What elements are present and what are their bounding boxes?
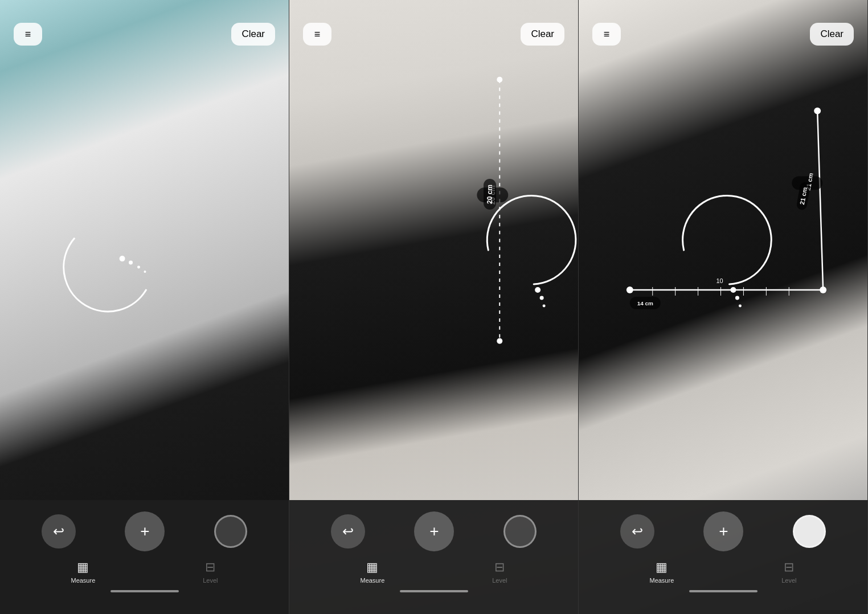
tab-level-2[interactable]: ⊟ Level — [492, 560, 507, 584]
add-icon-2: + — [429, 522, 439, 541]
tab-level-3[interactable]: ⊟ Level — [781, 560, 796, 584]
tab-measure-2[interactable]: ▦ Measure — [360, 560, 384, 584]
level-label-1: Level — [203, 577, 218, 584]
measure-label-2: Measure — [360, 577, 384, 584]
level-label-2: Level — [492, 577, 507, 584]
capture-button-1[interactable] — [214, 515, 247, 548]
level-label-3: Level — [781, 577, 796, 584]
panel-1: ≡ Clear ↩ + ▦ Measure ⊟ Level — [0, 0, 289, 614]
undo-button-2[interactable]: ↩ — [331, 514, 365, 548]
undo-icon-2: ↩ — [342, 523, 354, 539]
tab-row-1: ▦ Measure ⊟ Level — [0, 557, 289, 587]
level-icon-3: ⊟ — [784, 560, 794, 575]
capture-button-2[interactable] — [503, 515, 537, 548]
tab-measure-3[interactable]: ▦ Measure — [649, 560, 674, 584]
clear-button-2[interactable]: Clear — [521, 23, 564, 46]
menu-icon-2: ≡ — [314, 28, 321, 40]
undo-button-1[interactable]: ↩ — [42, 514, 76, 548]
bottom-toolbar-3: ↩ + ▦ Measure ⊟ Level — [579, 500, 867, 614]
top-overlay-1: ≡ Clear — [0, 0, 289, 63]
bottom-toolbar-1: ↩ + ▦ Measure ⊟ Level — [0, 500, 289, 614]
measure-icon-1: ▦ — [77, 560, 89, 575]
menu-button-3[interactable]: ≡ — [592, 23, 621, 46]
bottom-toolbar-2: ↩ + ▦ Measure ⊟ Level — [289, 500, 578, 614]
measure-label-1: Measure — [71, 577, 95, 584]
undo-button-3[interactable]: ↩ — [620, 514, 654, 548]
measure-label-3: Measure — [649, 577, 674, 584]
tab-row-2: ▦ Measure ⊟ Level — [289, 557, 578, 587]
add-button-2[interactable]: + — [414, 511, 454, 551]
add-icon-1: + — [140, 522, 149, 541]
menu-icon-1: ≡ — [25, 28, 31, 40]
measure-icon-3: ▦ — [656, 560, 668, 575]
undo-icon-3: ↩ — [632, 523, 643, 539]
home-indicator-3 — [689, 590, 758, 592]
measurement-label-2: 20 cm — [484, 179, 496, 210]
top-overlay-2: ≡ Clear — [289, 0, 578, 63]
clear-button-1[interactable]: Clear — [231, 23, 275, 46]
undo-icon-1: ↩ — [53, 523, 64, 539]
top-overlay-3: ≡ Clear — [579, 0, 867, 63]
menu-button-1[interactable]: ≡ — [14, 23, 42, 46]
tab-measure-1[interactable]: ▦ Measure — [71, 560, 95, 584]
clear-button-3[interactable]: Clear — [810, 23, 854, 46]
home-indicator-1 — [110, 590, 179, 592]
add-icon-3: + — [719, 522, 728, 541]
tab-row-3: ▦ Measure ⊟ Level — [579, 557, 867, 587]
tab-level-1[interactable]: ⊟ Level — [203, 560, 218, 584]
control-row-3: ↩ + — [579, 500, 867, 557]
home-indicator-2 — [400, 590, 468, 592]
level-icon-1: ⊟ — [205, 560, 215, 575]
control-row-1: ↩ + — [0, 500, 289, 557]
add-button-1[interactable]: + — [125, 511, 165, 551]
capture-button-3[interactable] — [793, 515, 826, 548]
measure-icon-2: ▦ — [366, 560, 378, 575]
panel-2: 20 cm 20 cm ≡ Clear ↩ + ▦ M — [289, 0, 579, 614]
control-row-2: ↩ + — [289, 500, 578, 557]
level-icon-2: ⊟ — [494, 560, 505, 575]
menu-button-2[interactable]: ≡ — [303, 23, 331, 46]
add-button-3[interactable]: + — [703, 511, 743, 551]
menu-icon-3: ≡ — [604, 28, 610, 40]
panel-3: 10 21 cm 14 cm 21 cm ≡ Clear ↩ + — [579, 0, 868, 614]
